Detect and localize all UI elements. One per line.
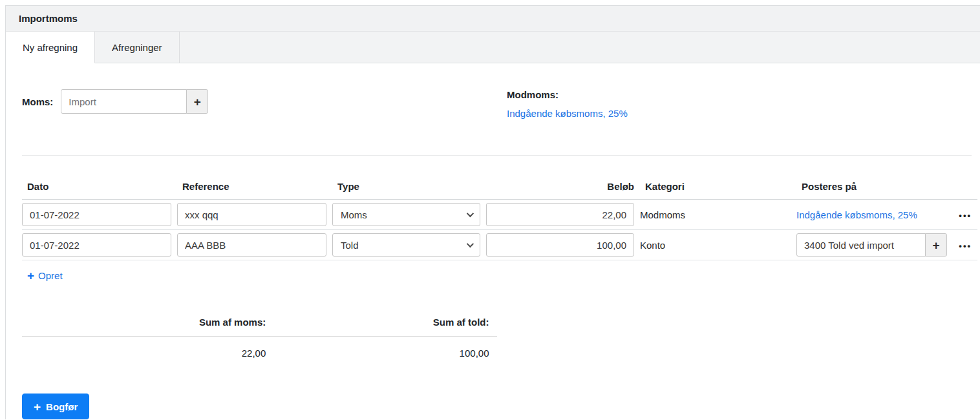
moms-label: Moms: — [22, 96, 53, 107]
sum-moms-header: Sum af moms: — [22, 310, 273, 337]
vat-lines-table: Dato Reference Type Beløb Kategori Poste… — [22, 175, 977, 260]
tab-label: Afregninger — [112, 42, 162, 53]
create-line-label: Opret — [38, 270, 63, 281]
type-select-value: Moms — [341, 209, 367, 220]
importmoms-module: Importmoms Ny afregning Afregninger Moms… — [5, 5, 980, 419]
sum-moms-value: 22,00 — [22, 337, 273, 366]
plus-icon: + — [194, 96, 201, 108]
type-select[interactable]: Told — [332, 233, 480, 257]
create-line-link[interactable]: + Opret — [27, 269, 63, 282]
posteres-link[interactable]: Indgående købsmoms, 25% — [796, 209, 917, 220]
moms-input[interactable] — [61, 89, 187, 114]
plus-icon: + — [932, 239, 939, 251]
col-header-belob: Beløb — [486, 175, 640, 200]
moms-form-row: Moms: + Modmoms: Indgående købsmoms, 25% — [22, 89, 972, 144]
tab-afregninger[interactable]: Afregninger — [95, 32, 180, 63]
table-row: Told Konto + — [22, 230, 977, 260]
account-input-group: + — [796, 233, 947, 257]
type-select[interactable]: Moms — [332, 203, 480, 226]
chevron-down-icon — [467, 240, 474, 247]
page-title: Importmoms — [19, 13, 78, 24]
sum-told-header: Sum af told: — [273, 310, 496, 337]
chevron-down-icon — [467, 210, 474, 217]
col-header-dato: Dato — [22, 175, 177, 200]
modmoms-block: Modmoms: Indgående købsmoms, 25% — [507, 89, 628, 119]
ellipsis-icon: ••• — [959, 241, 972, 251]
amount-input[interactable] — [486, 203, 634, 226]
reference-input[interactable] — [177, 233, 326, 257]
row-menu-button[interactable]: ••• — [959, 211, 972, 220]
plus-icon: + — [34, 401, 41, 413]
tab-content: Moms: + Modmoms: Indgående købsmoms, 25% — [6, 89, 980, 419]
reference-input[interactable] — [177, 203, 326, 226]
table-header-row: Dato Reference Type Beløb Kategori Poste… — [22, 175, 977, 200]
summary-value-row: 22,00 100,00 — [22, 337, 497, 366]
add-account-button[interactable]: + — [925, 233, 947, 257]
type-select-value: Told — [341, 240, 359, 251]
modmoms-label: Modmoms: — [507, 89, 628, 100]
ellipsis-icon: ••• — [959, 211, 972, 220]
add-moms-button[interactable]: + — [186, 89, 208, 114]
date-input[interactable] — [22, 233, 171, 257]
col-header-kategori: Kategori — [640, 175, 796, 200]
row-menu-button[interactable]: ••• — [959, 241, 972, 251]
moms-field-group: Moms: + — [22, 89, 972, 114]
tab-label: Ny afregning — [23, 42, 78, 53]
table-row: Moms Modmoms Indgående købsmoms, 25% ••• — [22, 200, 977, 230]
modmoms-link[interactable]: Indgående købsmoms, 25% — [507, 108, 628, 119]
col-header-posteres: Posteres på — [796, 175, 953, 200]
kategori-value: Konto — [640, 230, 796, 260]
bogfor-button[interactable]: + Bogfør — [22, 394, 89, 419]
tab-bar: Ny afregning Afregninger — [6, 32, 980, 63]
summary-header-row: Sum af moms: Sum af told: — [22, 310, 497, 337]
plus-icon: + — [27, 269, 34, 282]
kategori-value: Modmoms — [640, 200, 796, 230]
col-header-actions — [953, 175, 977, 200]
module-titlebar: Importmoms — [6, 6, 980, 32]
col-header-reference: Reference — [177, 175, 332, 200]
account-input[interactable] — [796, 233, 926, 257]
moms-input-group: + — [61, 89, 208, 114]
date-input[interactable] — [22, 203, 171, 226]
col-header-type: Type — [332, 175, 486, 200]
tab-bar-filler — [180, 32, 980, 63]
sum-told-value: 100,00 — [273, 337, 496, 366]
tab-ny-afregning[interactable]: Ny afregning — [6, 32, 95, 63]
section-divider — [22, 155, 972, 156]
summary-table: Sum af moms: Sum af told: 22,00 100,00 — [22, 310, 497, 365]
bogfor-label: Bogfør — [46, 401, 78, 412]
amount-input[interactable] — [486, 233, 634, 257]
